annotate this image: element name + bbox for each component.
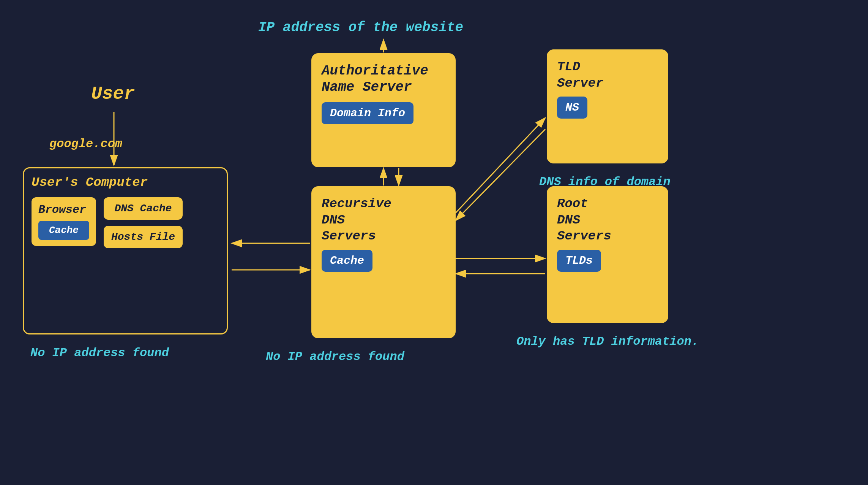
root-dns-title: Root DNS Servers <box>557 196 611 244</box>
root-dns-inner: TLDs <box>557 250 601 272</box>
recursive-dns-box: Recursive DNS Servers Cache <box>311 186 456 338</box>
browser-cache-inner: Cache <box>38 221 89 240</box>
tld-server-title: TLD Server <box>557 59 603 91</box>
google-label: google.com <box>49 137 122 151</box>
recursive-to-tld-arrow <box>456 118 545 213</box>
users-computer-box: User's Computer Browser Cache DNS Cache … <box>23 167 228 334</box>
dns-hosts-column: DNS Cache Hosts File <box>104 197 183 248</box>
auth-nameserver-title: Authoritative Name Server <box>322 63 428 95</box>
tld-to-recursive-arrow <box>456 129 545 220</box>
users-computer-note: No IP address found <box>30 346 169 360</box>
users-computer-title: User's Computer <box>32 175 219 190</box>
root-note: Only has TLD information. <box>516 334 699 349</box>
browser-title: Browser <box>38 203 86 216</box>
dns-cache-box: DNS Cache <box>104 197 183 220</box>
tld-server-box: TLD Server NS <box>547 49 668 163</box>
auth-nameserver-box: Authoritative Name Server Domain Info <box>311 53 456 167</box>
tld-server-inner: NS <box>557 97 587 119</box>
root-dns-box: Root DNS Servers TLDs <box>547 186 668 323</box>
ip-address-label: IP address of the website <box>258 20 463 35</box>
auth-nameserver-inner: Domain Info <box>322 102 413 124</box>
recursive-dns-title: Recursive DNS Servers <box>322 196 391 244</box>
browser-box: Browser Cache <box>32 197 96 246</box>
recursive-dns-cache: Cache <box>322 250 372 272</box>
recursive-note: No IP address found <box>266 350 404 364</box>
user-label: User <box>91 84 135 104</box>
hosts-file-box: Hosts File <box>104 226 183 248</box>
